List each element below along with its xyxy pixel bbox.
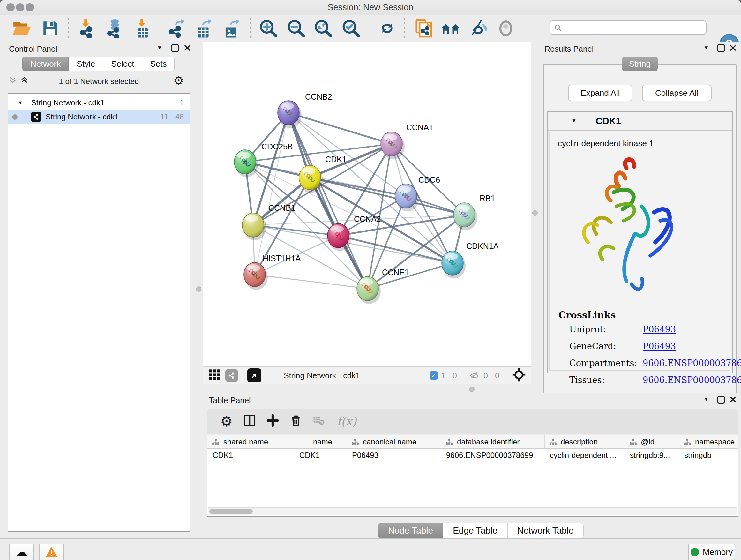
tissues-link[interactable]: 9606.ENSP00000378699 xyxy=(643,375,741,385)
network-collection-row[interactable]: ▼ String Network - cdk1 1 xyxy=(8,96,190,110)
tab-select[interactable]: Select xyxy=(103,57,142,71)
export-network-button[interactable] xyxy=(165,17,188,40)
tab-network-table[interactable]: Network Table xyxy=(508,523,584,538)
create-column-button[interactable] xyxy=(266,414,279,428)
grid-view-button[interactable] xyxy=(208,368,221,382)
collection-label: String Network - cdk1 xyxy=(31,98,105,107)
zoom-selected-button[interactable] xyxy=(340,17,362,40)
hidden-eye-slash-icon xyxy=(469,372,480,379)
node-label: CDKN1A xyxy=(466,242,499,251)
export-image-button[interactable] xyxy=(220,17,243,40)
network-canvas[interactable]: CCNB2CCNA1CDC25BCDK1CDC6RB1CCNB1CCNA2CDK… xyxy=(203,42,531,367)
refresh-button[interactable] xyxy=(376,17,399,40)
column-header[interactable]: database identifier xyxy=(441,435,545,448)
table-header-row: shared name name canonical name database… xyxy=(207,435,738,449)
import-table-button[interactable] xyxy=(131,17,154,40)
zoom-in-button[interactable] xyxy=(257,17,280,40)
genecard-link[interactable]: P06493 xyxy=(643,341,676,351)
plus-icon xyxy=(266,414,279,427)
network-node-ccnb1[interactable]: CCNB1 xyxy=(242,203,295,240)
tab-string[interactable]: String xyxy=(622,57,658,71)
zoom-fit-icon xyxy=(313,18,333,38)
column-header[interactable]: shared name xyxy=(207,435,294,448)
table-panel-close-button[interactable] xyxy=(728,395,738,404)
open-session-button[interactable] xyxy=(10,17,33,40)
horizontal-splitter-handle[interactable] xyxy=(469,387,475,392)
memory-button[interactable]: Memory xyxy=(688,544,735,560)
open-in-browser-button[interactable] xyxy=(247,368,261,382)
column-header[interactable]: @id xyxy=(625,435,679,448)
vertical-splitter-handle[interactable] xyxy=(532,210,538,215)
delete-table-button[interactable] xyxy=(313,414,325,428)
network-node-rb1[interactable]: RB1 xyxy=(454,194,495,230)
network-row-selected[interactable]: String Network - cdk1 11 48 xyxy=(8,110,190,124)
network-options-gear-icon[interactable]: ⚙ xyxy=(173,74,184,87)
current-network-name: String Network - cdk1 xyxy=(284,371,360,380)
scrollbar-thumb[interactable] xyxy=(209,509,253,514)
zoom-out-button[interactable] xyxy=(285,17,308,40)
hierarchy-icon xyxy=(212,438,219,446)
close-icon xyxy=(730,396,736,402)
column-header[interactable]: description xyxy=(545,435,625,448)
table-tabs: Node Table Edge Table Network Table xyxy=(378,523,584,538)
tab-sets[interactable]: Sets xyxy=(142,57,175,71)
control-panel-close-button[interactable] xyxy=(183,43,192,53)
network-node-hist1h1a[interactable]: HIST1H1A xyxy=(244,254,301,290)
horizontal-scrollbar[interactable] xyxy=(208,507,737,515)
results-panel-float-button[interactable] xyxy=(716,43,726,53)
network-node-cdkn1a[interactable]: CDKN1A xyxy=(442,242,499,278)
tab-style[interactable]: Style xyxy=(69,57,103,71)
control-panel-collapse-button[interactable]: ▼ xyxy=(155,43,164,53)
network-node-ccna1[interactable]: CCNA1 xyxy=(381,123,433,159)
tab-edge-table[interactable]: Edge Table xyxy=(443,523,508,538)
node-label: CDC6 xyxy=(418,175,440,184)
export-table-button[interactable] xyxy=(192,17,215,40)
birds-eye-view-button[interactable] xyxy=(512,368,526,383)
results-panel-collapse-button[interactable]: ▼ xyxy=(701,43,711,53)
toolbar-separator xyxy=(369,18,370,38)
gene-name: CDK1 xyxy=(596,116,621,126)
function-builder-button[interactable]: f(x) xyxy=(337,415,356,428)
table-row[interactable]: CDK1 CDK1 P06493 9606.ENSP00000378699 cy… xyxy=(207,449,738,462)
column-header[interactable]: canonical name xyxy=(347,435,441,448)
table-settings-gear-icon[interactable]: ⚙ xyxy=(220,413,232,429)
toolbar-separator xyxy=(250,18,251,38)
network-graph[interactable]: CCNB2CCNA1CDC25BCDK1CDC6RB1CCNB1CCNA2CDK… xyxy=(203,42,531,366)
eye-icon xyxy=(496,19,515,38)
results-panel-close-button[interactable] xyxy=(728,43,738,53)
export-image-icon xyxy=(221,18,241,38)
crosslink-label: Uniprot: xyxy=(569,324,606,334)
zoom-fit-button[interactable] xyxy=(312,17,335,40)
collapse-all-button[interactable]: Collapse All xyxy=(642,84,712,101)
control-panel-float-button[interactable] xyxy=(170,43,180,53)
show-columns-button[interactable] xyxy=(243,414,256,428)
table-panel-float-button[interactable] xyxy=(716,395,726,404)
delete-column-button[interactable] xyxy=(289,414,302,428)
search-input[interactable] xyxy=(565,23,706,33)
tab-network[interactable]: Network xyxy=(22,57,69,71)
gene-header-row[interactable]: ▼ CDK1 xyxy=(548,112,732,131)
toolbar-search-field[interactable] xyxy=(549,20,706,35)
string-view-button[interactable] xyxy=(225,369,238,382)
selected-checkbox-icon[interactable]: ✓ xyxy=(429,371,438,380)
export-table-icon xyxy=(194,18,213,38)
triangle-down-icon: ▼ xyxy=(157,45,162,51)
column-header[interactable]: namespace xyxy=(679,435,738,448)
cloud-status-button[interactable]: ☁ xyxy=(9,544,34,560)
save-session-button[interactable] xyxy=(39,17,62,40)
home-layout-button[interactable] xyxy=(440,17,462,40)
warnings-button[interactable] xyxy=(39,544,64,560)
network-node-ccne1[interactable]: CCNE1 xyxy=(357,268,409,304)
show-all-button[interactable] xyxy=(494,17,517,40)
uniprot-link[interactable]: P06493 xyxy=(643,324,676,334)
first-neighbors-button[interactable] xyxy=(412,17,435,40)
table-panel-collapse-button[interactable]: ▼ xyxy=(701,395,711,404)
import-network-database-button[interactable] xyxy=(103,17,125,40)
column-header[interactable]: name xyxy=(294,435,347,448)
tab-node-table[interactable]: Node Table xyxy=(378,523,443,538)
expand-all-button[interactable]: Expand All xyxy=(568,84,632,101)
import-network-file-button[interactable] xyxy=(75,17,98,40)
vertical-splitter-handle[interactable] xyxy=(196,287,201,292)
compartments-link[interactable]: 9606.ENSP00000378699 xyxy=(643,358,741,368)
hide-selected-button[interactable] xyxy=(467,17,489,40)
